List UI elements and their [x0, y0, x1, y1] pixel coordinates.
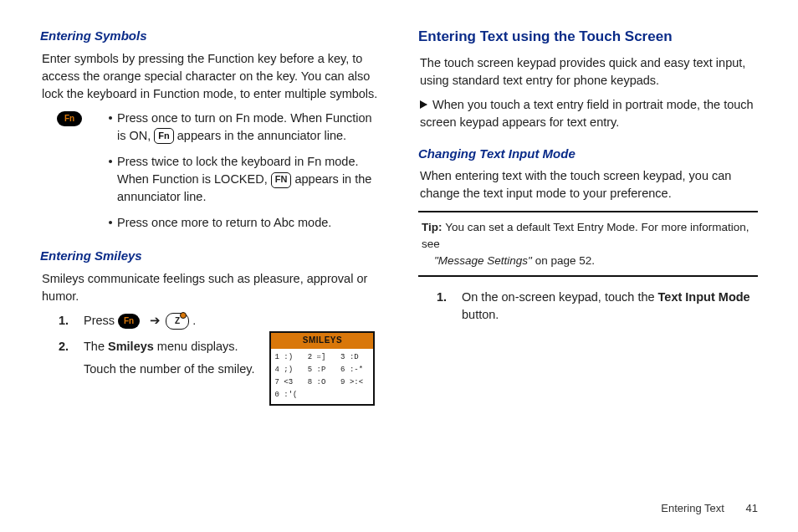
symbols-intro-text: Enter symbols by pressing the Function k… [40, 50, 380, 103]
z-key-icon: Z [166, 313, 189, 330]
key-sequence: Fn ➔ Z [118, 312, 189, 330]
bullet-dot: • [104, 214, 117, 232]
step-2: The Smileys menu displays. Touch the num… [40, 338, 380, 406]
fn-key-icon: Fn [57, 111, 82, 126]
bullet-2-text: Press twice to lock the keyboard in Fn m… [117, 153, 380, 206]
smiley-cell: 0 :'( [274, 390, 304, 401]
smiley-cell: 8 :O [308, 377, 337, 388]
bullet-row-3: • Press once more to return to Abc mode. [40, 214, 380, 232]
heading-touch-screen: Entering Text using the Touch Screen [418, 27, 758, 48]
footer-page-number: 41 [746, 502, 758, 514]
manual-page: Entering Symbols Enter symbols by pressi… [0, 0, 798, 532]
fn-mode-bullets: Fn • Press once to turn on Fn mode. When… [40, 110, 380, 232]
smiley-cell: 2 =] [308, 352, 337, 363]
step-1-body: Press Fn ➔ Z . [84, 312, 380, 330]
step2-b: menu displays. [154, 340, 238, 353]
r-step1-bold: Text Input Mode [658, 290, 750, 304]
step-2-text: The Smileys menu displays. Touch the num… [84, 338, 254, 385]
bullet-row-2: • Press twice to lock the keyboard in Fn… [40, 153, 380, 206]
change-intro-text: When entering text with the touch screen… [418, 167, 758, 202]
arrow-icon: ➔ [150, 312, 161, 330]
r-step1-b: button. [462, 308, 499, 321]
r-step1-a: On the on-screen keypad, touch the [462, 290, 658, 304]
smileys-screenshot: SMILEYS 1 :) 2 =] 3 :D 4 ;) 5 :P 6 :-* 7… [269, 331, 375, 406]
smiley-cell: 6 :-* [340, 365, 370, 376]
step2-bold: Smileys [108, 340, 154, 353]
tip-body-1: You can set a default Text Entry Mode. F… [422, 221, 749, 250]
bullet-3-text: Press once more to return to Abc mode. [117, 214, 380, 232]
smiley-cell: 3 :D [340, 352, 370, 363]
heading-entering-symbols: Entering Symbols [40, 27, 380, 45]
tip-body-2: on page 52. [532, 254, 595, 267]
triangle-bullet-icon [420, 100, 427, 109]
bullet-dot: • [104, 110, 117, 145]
footer-section-name: Entering Text [661, 502, 724, 514]
change-step-1-body: On the on-screen keypad, touch the Text … [462, 289, 758, 324]
bullet1-part-b: appears in the annunciator line. [174, 129, 346, 142]
left-column: Entering Symbols Enter symbols by pressi… [40, 27, 380, 414]
tip-box: Tip: You can set a default Text Entry Mo… [418, 211, 758, 277]
tip-reference: "Message Settings" [434, 254, 532, 267]
smiley-cell: 7 <3 [274, 377, 304, 388]
bullet-1-text: Press once to turn on Fn mode. When Func… [117, 110, 380, 145]
bullet-row-1: Fn • Press once to turn on Fn mode. When… [40, 110, 380, 145]
step1-press-text: Press [84, 314, 118, 327]
step-2-body: The Smileys menu displays. Touch the num… [84, 338, 380, 406]
step2-c: Touch the number of the smiley. [84, 361, 254, 378]
smiley-cell: 1 :) [274, 352, 304, 363]
heading-entering-smileys: Entering Smileys [40, 247, 380, 265]
touch-bullet: When you touch a text entry field in por… [418, 96, 758, 131]
smiley-cell: 9 >:< [340, 377, 370, 388]
fn-locked-indicator-icon: FN [271, 172, 292, 188]
fn-key-icon-small: Fn [118, 314, 140, 329]
page-footer: Entering Text 41 [661, 501, 758, 517]
right-column: Entering Text using the Touch Screen The… [418, 27, 758, 414]
bullet-dot: • [104, 153, 117, 206]
step-1: Press Fn ➔ Z . [40, 312, 380, 330]
touch-intro-text: The touch screen keypad provides quick a… [418, 54, 758, 90]
step-1: On the on-screen keypad, touch the Text … [418, 289, 758, 324]
smiley-cell: 5 :P [308, 365, 337, 376]
step2-a: The [84, 340, 108, 353]
change-mode-steps: On the on-screen keypad, touch the Text … [418, 289, 758, 324]
tip-label: Tip: [422, 221, 445, 233]
two-column-layout: Entering Symbols Enter symbols by pressi… [40, 27, 758, 414]
smileys-intro-text: Smileys communicate feelings such as ple… [40, 270, 380, 305]
fn-indicator-icon: Fn [154, 128, 173, 144]
heading-change-input-mode: Changing Text Input Mode [418, 145, 758, 163]
step1-period: . [192, 314, 196, 327]
smileys-steps: Press Fn ➔ Z . The Smileys menu di [40, 312, 380, 406]
smileys-screenshot-header: SMILEYS [271, 333, 373, 349]
touch-bullet-text: When you touch a text entry field in por… [420, 98, 754, 129]
fn-key-visual-cell: Fn [40, 110, 104, 145]
smiley-cell: 4 ;) [274, 365, 304, 376]
smileys-grid: 1 :) 2 =] 3 :D 4 ;) 5 :P 6 :-* 7 <3 8 :O… [271, 349, 373, 404]
